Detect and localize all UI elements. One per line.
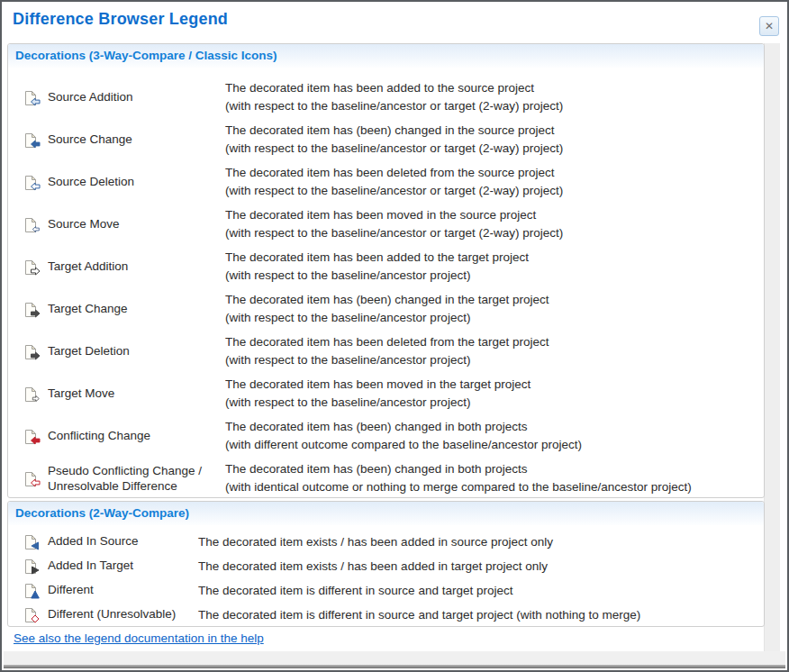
row-description: The decorated item has been moved in the…: [225, 204, 764, 246]
target-change-icon: [23, 288, 43, 331]
row-description: The decorated item has (been) changed in…: [225, 458, 764, 500]
row-description-line: The decorated item has been added to the…: [225, 79, 764, 97]
row-description-line: The decorated item has been moved in the…: [225, 376, 764, 394]
row-description-line: The decorated item is different in sourc…: [198, 584, 512, 597]
difference-browser-legend-dialog: Difference Browser Legend ✕ Decorations …: [0, 0, 789, 672]
row-description-line: (with respect to the baseline/ancestor o…: [225, 182, 764, 200]
row-label: Different: [43, 578, 198, 603]
section-2way-compare: Decorations (2-Way-Compare) Added In Sou…: [7, 501, 765, 627]
row-description-line: (with respect to the baseline/ancestor p…: [225, 267, 764, 285]
different-icon: [23, 578, 43, 603]
row-description-line: The decorated item exists / has been add…: [198, 535, 553, 549]
row-label: Source Change: [43, 119, 225, 161]
row-description: The decorated item has (been) changed in…: [225, 288, 764, 331]
row-description-line: (with respect to the baseline/ancestor o…: [225, 140, 764, 158]
target-addition-icon: [23, 246, 43, 288]
source-deletion-icon: [23, 161, 43, 204]
row-label: Source Addition: [43, 77, 225, 119]
row-description-line: The decorated item has (been) changed in…: [225, 122, 764, 140]
row-description-line: (with respect to the baseline/ancestor p…: [225, 309, 764, 327]
legend-row: Pseudo Conflicting Change / Unresolvable…: [8, 458, 764, 500]
dialog-title: Difference Browser Legend: [13, 10, 228, 29]
legend-row: Added In SourceThe decorated item exists…: [8, 530, 764, 554]
legend-row: Different (Unresolvable)The decorated it…: [8, 603, 764, 627]
legend-help-link[interactable]: See also the legend documentation in the…: [14, 631, 264, 645]
row-description-line: (with different outcome compared to the …: [225, 436, 764, 454]
source-addition-icon: [23, 77, 43, 119]
dialog-bottom-edge: [4, 665, 785, 668]
target-move-icon: [23, 373, 43, 415]
row-description-line: (with identical outcome or nothing to me…: [225, 478, 764, 496]
row-description-line: The decorated item exists / has been add…: [198, 559, 548, 573]
row-description: The decorated item has been moved in the…: [225, 373, 764, 415]
legend-row: DifferentThe decorated item is different…: [8, 578, 764, 603]
row-description-line: The decorated item has been added to the…: [225, 249, 764, 267]
row-description: The decorated item exists / has been add…: [198, 554, 764, 578]
row-description-line: (with respect to the baseline/ancestor p…: [225, 394, 764, 412]
legend-row: Conflicting ChangeThe decorated item has…: [8, 415, 764, 458]
source-change-icon: [23, 119, 43, 161]
different-unresolvable-icon: [23, 603, 43, 627]
close-icon: ✕: [765, 20, 774, 32]
row-description-line: The decorated item has been deleted from…: [225, 164, 764, 182]
legend-row: Source ChangeThe decorated item has (bee…: [8, 119, 764, 161]
row-label: Target Addition: [43, 246, 225, 288]
pseudo-conflicting-change-icon: [23, 458, 43, 500]
row-description-line: The decorated item has (been) changed in…: [225, 418, 764, 436]
row-label: Target Change: [43, 288, 225, 331]
legend-row: Source DeletionThe decorated item has be…: [8, 161, 764, 204]
legend-row: Target ChangeThe decorated item has (bee…: [8, 288, 764, 331]
row-description: The decorated item has (been) changed in…: [225, 119, 764, 161]
legend-row: Target MoveThe decorated item has been m…: [8, 373, 764, 415]
row-description: The decorated item has been deleted from…: [225, 161, 764, 204]
section-heading-3way: Decorations (3-Way-Compare / Classic Ico…: [8, 44, 764, 68]
legend-row: Target DeletionThe decorated item has be…: [8, 331, 764, 373]
row-description-line: The decorated item has been deleted from…: [225, 333, 764, 351]
row-description-line: The decorated item has (been) changed in…: [225, 460, 764, 478]
row-label: Source Move: [43, 204, 225, 246]
legend-row: Source MoveThe decorated item has been m…: [8, 204, 764, 246]
row-label: Different (Unresolvable): [43, 603, 198, 627]
row-label: Added In Target: [43, 554, 198, 578]
row-description: The decorated item exists / has been add…: [198, 530, 764, 554]
close-button[interactable]: ✕: [759, 16, 779, 36]
row-label: Source Deletion: [43, 161, 225, 204]
source-move-icon: [23, 204, 43, 246]
row-label: Pseudo Conflicting Change / Unresolvable…: [43, 458, 225, 500]
added-in-target-icon: [23, 554, 43, 578]
legend-row: Added In TargetThe decorated item exists…: [8, 554, 764, 578]
row-label: Target Move: [43, 373, 225, 415]
legend-row: Target AdditionThe decorated item has be…: [8, 246, 764, 288]
conflicting-change-icon: [23, 415, 43, 458]
row-label: Target Deletion: [43, 331, 225, 373]
vertical-scrollbar[interactable]: [764, 43, 780, 652]
legend-row: Source AdditionThe decorated item has be…: [8, 77, 764, 119]
row-description: The decorated item is different in sourc…: [198, 603, 764, 627]
added-in-source-icon: [23, 530, 43, 554]
section-3way-compare: Decorations (3-Way-Compare / Classic Ico…: [7, 43, 765, 498]
row-description: The decorated item has (been) changed in…: [225, 415, 764, 458]
row-description: The decorated item has been added to the…: [225, 77, 764, 119]
row-label: Conflicting Change: [43, 415, 225, 458]
row-description-line: (with respect to the baseline/ancestor o…: [225, 224, 764, 242]
row-description: The decorated item is different in sourc…: [198, 578, 764, 603]
row-description-line: (with respect to the baseline/ancestor o…: [225, 97, 764, 115]
target-deletion-icon: [23, 331, 43, 373]
row-description-line: The decorated item is different in sourc…: [198, 608, 640, 622]
row-description-line: The decorated item has been moved in the…: [225, 206, 764, 224]
row-description-line: The decorated item has (been) changed in…: [225, 291, 764, 309]
row-description: The decorated item has been deleted from…: [225, 331, 764, 373]
row-label: Added In Source: [43, 530, 198, 554]
row-description-line: (with respect to the baseline/ancestor p…: [225, 351, 764, 369]
section-heading-2way: Decorations (2-Way-Compare): [8, 502, 764, 525]
row-description: The decorated item has been added to the…: [225, 246, 764, 288]
